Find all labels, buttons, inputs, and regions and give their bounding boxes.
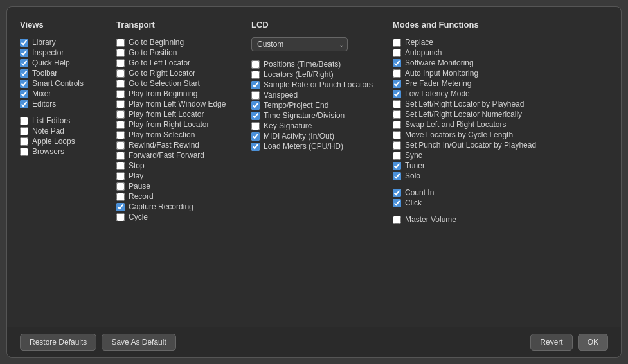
label-lcd-items-3[interactable]: Varispeed	[264, 91, 298, 100]
label-views-items-10[interactable]: Apple Loops	[32, 137, 75, 146]
checkbox-lcd-items-8[interactable]	[251, 143, 260, 151]
label-lcd-items-8[interactable]: Load Meters (CPU/HD)	[264, 142, 343, 151]
checkbox-modes-items-13[interactable]	[393, 172, 401, 180]
checkbox-transport-items-9[interactable]	[116, 131, 125, 139]
checkbox-transport-items-8[interactable]	[116, 121, 125, 129]
checkbox-views-items-2[interactable]	[20, 59, 28, 67]
label-views-items-3[interactable]: Toolbar	[32, 69, 57, 78]
label-lcd-items-4[interactable]: Tempo/Project End	[264, 101, 328, 110]
checkbox-modes-items-3[interactable]	[393, 69, 401, 78]
checkbox-views-items-6[interactable]	[20, 100, 28, 108]
label-transport-items-6[interactable]: Play from Left Window Edge	[129, 100, 226, 108]
label-transport-items-2[interactable]: Go to Left Locator	[129, 58, 190, 67]
label-transport-items-13[interactable]: Play	[129, 171, 143, 180]
label-transport-items-8[interactable]: Play from Right Locator	[129, 120, 209, 129]
checkbox-transport-items-3[interactable]	[116, 69, 125, 78]
checkbox-transport-items-12[interactable]	[116, 162, 125, 170]
label-transport-items-9[interactable]: Play from Selection	[129, 130, 195, 139]
label-transport-items-7[interactable]: Play from Left Locator	[129, 110, 204, 119]
checkbox-views-items-8[interactable]	[20, 117, 28, 125]
checkbox-modes-items-12[interactable]	[393, 162, 401, 170]
label-modes-items-13[interactable]: Solo	[405, 171, 420, 180]
checkbox-transport-items-4[interactable]	[116, 80, 125, 88]
label-transport-items-4[interactable]: Go to Selection Start	[129, 79, 200, 88]
checkbox-lcd-items-5[interactable]	[251, 112, 260, 120]
label-lcd-items-6[interactable]: Key Signature	[264, 121, 312, 130]
label-views-items-11[interactable]: Browsers	[32, 147, 64, 156]
label-lcd-items-7[interactable]: MIDI Activity (In/Out)	[264, 132, 334, 141]
label-transport-items-1[interactable]: Go to Position	[129, 48, 177, 57]
checkbox-modes-items-5[interactable]	[393, 90, 401, 98]
checkbox-transport-items-15[interactable]	[116, 193, 125, 201]
label-transport-items-12[interactable]: Stop	[129, 161, 145, 170]
label-transport-items-11[interactable]: Forward/Fast Forward	[129, 151, 204, 160]
checkbox-views-items-10[interactable]	[20, 137, 28, 146]
label-lcd-items-2[interactable]: Sample Rate or Punch Locators	[264, 80, 373, 89]
label-modes-items-2[interactable]: Software Monitoring	[405, 58, 474, 67]
restore-defaults-button[interactable]: Restore Defaults	[20, 334, 96, 351]
checkbox-views-items-3[interactable]	[20, 69, 28, 78]
checkbox-transport-items-17[interactable]	[116, 213, 125, 221]
label-modes-items-8[interactable]: Swap Left and Right Locators	[405, 120, 506, 129]
label-transport-items-5[interactable]: Play from Beginning	[129, 89, 197, 98]
label-transport-items-15[interactable]: Record	[129, 192, 154, 201]
label-transport-items-10[interactable]: Rewind/Fast Rewind	[129, 141, 199, 150]
checkbox-lcd-items-3[interactable]	[251, 91, 260, 100]
checkbox-modes-items-11[interactable]	[393, 152, 401, 160]
checkbox-transport-items-11[interactable]	[116, 152, 125, 160]
checkbox-lcd-items-1[interactable]	[251, 71, 260, 79]
label-modes-items-12[interactable]: Tuner	[405, 161, 425, 170]
checkbox-transport-items-14[interactable]	[116, 182, 125, 191]
checkbox-lcd-items-7[interactable]	[251, 132, 260, 141]
checkbox-views-items-4[interactable]	[20, 80, 28, 88]
label-views-items-6[interactable]: Editors	[32, 100, 56, 108]
label-transport-items-17[interactable]: Cycle	[129, 212, 148, 221]
label-modes-items-1[interactable]: Autopunch	[405, 48, 442, 57]
checkbox-modes-items-8[interactable]	[393, 121, 401, 129]
label-views-items-4[interactable]: Smart Controls	[32, 79, 84, 88]
checkbox-modes-items-10[interactable]	[393, 141, 401, 150]
checkbox-lcd-items-2[interactable]	[251, 81, 260, 89]
label-modes-items-10[interactable]: Set Punch In/Out Locator by Playhead	[405, 141, 536, 150]
checkbox-modes-items-4[interactable]	[393, 80, 401, 88]
label-modes-items-18[interactable]: Master Volume	[405, 215, 456, 224]
label-lcd-items-5[interactable]: Time Signature/Division	[264, 111, 345, 120]
lcd-dropdown[interactable]: CustomBeats & ProjectTime & Beats	[251, 37, 348, 51]
label-modes-items-9[interactable]: Move Locators by Cycle Length	[405, 130, 513, 139]
label-modes-items-4[interactable]: Pre Fader Metering	[405, 79, 471, 88]
label-lcd-items-1[interactable]: Locators (Left/Right)	[264, 70, 334, 79]
checkbox-transport-items-2[interactable]	[116, 59, 125, 67]
checkbox-transport-items-13[interactable]	[116, 172, 125, 180]
checkbox-lcd-items-0[interactable]	[251, 60, 260, 69]
label-transport-items-16[interactable]: Capture Recording	[129, 202, 193, 211]
label-modes-items-6[interactable]: Set Left/Right Locator by Playhead	[405, 100, 524, 108]
checkbox-transport-items-10[interactable]	[116, 141, 125, 150]
ok-button[interactable]: OK	[578, 334, 608, 351]
label-modes-items-15[interactable]: Count In	[405, 188, 434, 197]
checkbox-views-items-5[interactable]	[20, 90, 28, 98]
checkbox-transport-items-0[interactable]	[116, 39, 125, 47]
checkbox-lcd-items-6[interactable]	[251, 122, 260, 130]
checkbox-modes-items-9[interactable]	[393, 131, 401, 139]
checkbox-transport-items-1[interactable]	[116, 49, 125, 57]
checkbox-views-items-1[interactable]	[20, 49, 28, 57]
checkbox-views-items-9[interactable]	[20, 127, 28, 135]
label-modes-items-3[interactable]: Auto Input Monitoring	[405, 69, 478, 78]
checkbox-transport-items-16[interactable]	[116, 203, 125, 211]
label-views-items-1[interactable]: Inspector	[32, 48, 64, 57]
label-modes-items-0[interactable]: Replace	[405, 38, 433, 47]
label-modes-items-5[interactable]: Low Latency Mode	[405, 89, 470, 98]
checkbox-views-items-0[interactable]	[20, 39, 28, 47]
checkbox-transport-items-5[interactable]	[116, 90, 125, 98]
checkbox-modes-items-6[interactable]	[393, 100, 401, 108]
checkbox-modes-items-7[interactable]	[393, 110, 401, 119]
revert-button[interactable]: Revert	[530, 334, 572, 351]
label-transport-items-0[interactable]: Go to Beginning	[129, 38, 184, 47]
label-modes-items-16[interactable]: Click	[405, 198, 422, 207]
checkbox-lcd-items-4[interactable]	[251, 101, 260, 110]
label-modes-items-7[interactable]: Set Left/Right Locator Numerically	[405, 110, 522, 119]
checkbox-modes-items-2[interactable]	[393, 59, 401, 67]
label-views-items-9[interactable]: Note Pad	[32, 126, 64, 135]
label-modes-items-11[interactable]: Sync	[405, 151, 422, 160]
checkbox-modes-items-1[interactable]	[393, 49, 401, 57]
